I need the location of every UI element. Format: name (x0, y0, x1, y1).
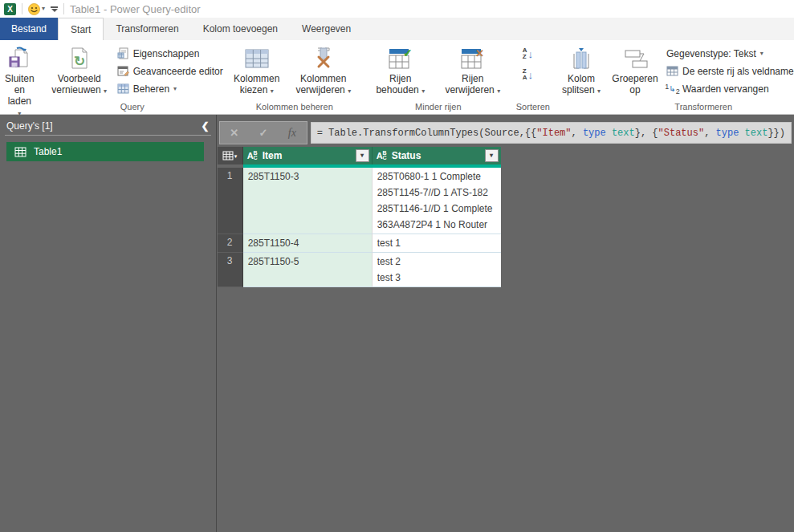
choose-columns-button[interactable]: Kolommen kiezen ▾ (228, 43, 286, 97)
tab-kolom-toevoegen[interactable]: Kolom toevoegen (191, 18, 290, 40)
replace-values-button[interactable]: 1↳2 Waarden vervangen (666, 82, 794, 95)
formula-token: , (572, 128, 583, 139)
data-grid: ▾ A BC Item ▾ A BC Status ▾ (218, 147, 501, 287)
sort-ascending-button[interactable]: AZ ↓ (523, 46, 533, 62)
status-cell[interactable]: test 2test 3 (373, 253, 501, 287)
data-type-button[interactable]: Gegevenstype: Tekst ▾ (666, 47, 794, 60)
qat-bar (51, 6, 58, 8)
text-type-icon: A BC (247, 151, 258, 160)
column-header-status[interactable]: A BC Status ▾ (373, 147, 501, 164)
row-number-cell[interactable]: 3 (218, 253, 243, 287)
preview-pane: ✕ ✓ fx = Table.TransformColumnTypes(Sour… (217, 115, 794, 532)
group-kolommen-beheren: Kolommen kiezen ▾ Kolommen verwijderen ▾… (226, 41, 364, 114)
svg-text:↻: ↻ (74, 54, 85, 69)
collapse-pane-chevron-icon[interactable]: ❮ (202, 120, 210, 132)
advanced-editor-button[interactable]: Geavanceerde editor (117, 64, 223, 78)
status-cell[interactable]: 285T0680-1 1 Complete285T1145-7//D 1 ATS… (373, 168, 501, 234)
keep-rows-caret: ▾ (421, 87, 425, 95)
status-cell[interactable]: test 1 (373, 234, 501, 253)
status-line: 285T0680-1 1 Complete (377, 169, 501, 185)
queries-pane-title: Query's [1] (6, 120, 53, 132)
close-and-load-button[interactable]: Sluiten en laden ▾ (2, 43, 37, 120)
filter-dropdown-button[interactable]: ▾ (485, 149, 499, 162)
group-sluiten: Sluiten en laden ▾ Sluiten (0, 41, 39, 114)
choose-columns-caret: ▾ (271, 87, 274, 95)
data-type-caret: ▾ (760, 51, 763, 57)
advanced-editor-label: Geavanceerde editor (133, 66, 223, 77)
item-cell[interactable]: 285T1150-3 (243, 168, 373, 234)
sort-za-icon: ZA (523, 68, 527, 81)
tab-start[interactable]: Start (58, 18, 104, 40)
commit-formula-icon[interactable]: ✓ (259, 127, 268, 139)
refresh-preview-button[interactable]: ↻ Voorbeeld vernieuwen ▾ (42, 43, 117, 97)
keep-rows-button[interactable]: ✓ Rijen behouden ▾ (366, 43, 435, 97)
status-line: 285T1146-1//D 1 Complete (377, 201, 501, 217)
row-number-cell[interactable]: 2 (218, 234, 243, 253)
table-row: 3285T1150-5test 2test 3 (218, 253, 501, 287)
query-list-item-table1[interactable]: Table1 (6, 142, 204, 161)
cancel-formula-icon[interactable]: ✕ (230, 127, 238, 139)
column-header-item[interactable]: A BC Item ▾ (243, 147, 373, 164)
group-sorteren: AZ ↓ ZA ↓ Sorteren (513, 41, 553, 114)
fx-icon[interactable]: fx (288, 127, 296, 140)
close-and-load-label: Sluiten en laden (5, 73, 35, 107)
quick-access-toolbar-icon[interactable] (51, 6, 58, 12)
manage-button[interactable]: Beheren ▾ (117, 82, 223, 95)
remove-columns-label: Kolommen verwijderen (295, 73, 346, 95)
tab-transformeren[interactable]: Transformeren (104, 18, 190, 40)
window-title: Table1 - Power Query-editor (70, 3, 201, 15)
formula-input[interactable]: = Table.TransformColumnTypes(Source,{{"I… (311, 122, 792, 144)
split-column-icon (569, 44, 593, 73)
first-row-headers-icon (666, 66, 678, 76)
first-row-headers-button[interactable]: De eerste rij als veldnamen gebruiken ▾ (666, 64, 794, 78)
remove-rows-icon: ✕ (460, 44, 486, 73)
table-menu-caret: ▾ (234, 153, 238, 159)
grid-header: ▾ A BC Item ▾ A BC Status ▾ (218, 147, 501, 164)
filter-caret: ▾ (360, 152, 364, 159)
refresh-preview-label: Voorbeeld vernieuwen (51, 73, 100, 95)
filter-dropdown-button[interactable]: ▾ (356, 149, 369, 162)
formula-token: }}) (768, 128, 785, 139)
text-type-icon: A BC (377, 151, 387, 160)
table-menu-icon (222, 151, 234, 160)
close-and-load-icon (7, 44, 31, 73)
smiley-dropdown-caret: ▾ (42, 6, 45, 12)
group-minder-rijen: ✓ Rijen behouden ▾ ✕ Rijen verwijderen ▾… (364, 41, 513, 114)
ribbon-tab-row: Bestand Start Transformeren Kolom toevoe… (0, 18, 794, 40)
row-number-cell[interactable]: 1 (218, 168, 243, 234)
group-by-label: Groeperen op (609, 73, 661, 95)
properties-button[interactable]: Eigenschappen (117, 47, 223, 60)
formula-buttons: ✕ ✓ fx (219, 121, 307, 144)
group-query: ↻ Voorbeeld vernieuwen ▾ Eigenschappen G… (39, 41, 226, 114)
formula-token: text (612, 128, 635, 139)
split-column-caret: ▾ (597, 87, 601, 95)
grid-rows: 1285T1150-3285T0680-1 1 Complete285T1145… (218, 168, 501, 287)
remove-columns-caret: ▾ (348, 87, 351, 95)
group-transformeren: Kolom splitsen ▾ Groeperen op Gegevensty… (553, 41, 794, 114)
grid-corner-button[interactable]: ▾ (218, 147, 243, 164)
group-label-minder-rijen: Minder rijen (364, 102, 513, 114)
split-column-button[interactable]: Kolom splitsen ▾ (556, 43, 607, 97)
sort-az-arrow-icon: ↓ (528, 49, 534, 59)
properties-icon (117, 47, 129, 59)
remove-rows-button[interactable]: ✕ Rijen verwijderen ▾ (435, 43, 511, 97)
table-row: 2285T1150-4test 1 (218, 234, 501, 253)
item-cell[interactable]: 285T1150-4 (243, 234, 373, 253)
feedback-smiley-button[interactable]: ▾ (28, 3, 45, 15)
remove-columns-button[interactable]: Kolommen verwijderen ▾ (286, 43, 361, 97)
sort-descending-button[interactable]: ZA ↓ (523, 67, 533, 83)
titlebar-separator (63, 3, 64, 14)
status-line: test 1 (377, 235, 501, 251)
group-label-kolommen-beheren: Kolommen beheren (226, 102, 364, 114)
group-by-button[interactable]: Groeperen op (607, 43, 663, 97)
qat-caret (51, 9, 58, 12)
tab-bestand[interactable]: Bestand (0, 18, 58, 40)
formula-token: = Table.TransformColumnTypes(Source,{{ (317, 128, 537, 139)
remove-rows-label: Rijen verwijderen (445, 73, 494, 95)
manage-icon (117, 83, 129, 94)
item-cell[interactable]: 285T1150-5 (243, 253, 373, 287)
column-name: Status (392, 150, 421, 161)
formula-token: "Status" (658, 128, 705, 139)
tab-weergeven[interactable]: Weergeven (290, 18, 363, 40)
remove-rows-caret: ▾ (497, 87, 500, 95)
